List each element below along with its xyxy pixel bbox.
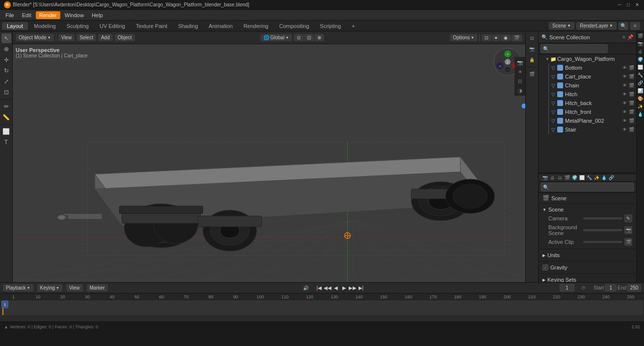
shading-icon[interactable]: ◑ — [515, 86, 524, 95]
render-icon-hitch-front[interactable]: 🎬 — [629, 109, 634, 114]
tab-scripting[interactable]: Scripting — [315, 22, 346, 30]
outliner-item-stair[interactable]: ▽ Stair 👁 🎬 — [539, 125, 636, 134]
current-frame-input[interactable]: 1 — [560, 284, 574, 292]
scene-props-icon[interactable]: 🎬 — [637, 32, 644, 39]
transform-pivot-btn[interactable]: ⊡ — [304, 34, 314, 41]
maximize-btn[interactable]: □ — [625, 2, 631, 8]
material-props-icon[interactable]: 🎨 — [637, 95, 644, 102]
menu-window[interactable]: Window — [61, 11, 87, 19]
tool-cursor[interactable]: ⊕ — [1, 44, 11, 54]
jump-end-btn[interactable]: ▶| — [357, 284, 365, 292]
visibility-icon-metalplane[interactable]: 👁 — [622, 118, 627, 123]
outliner-item-chain[interactable]: ▽ Chain 👁 🎬 — [539, 81, 636, 90]
timeline-track[interactable]: 1 10 20 30 40 50 60 70 80 90 100 110 120… — [0, 293, 644, 321]
particles-props-icon[interactable]: ✨ — [637, 103, 644, 110]
solid-btn[interactable]: ● — [492, 34, 500, 41]
prev-keyframe-btn[interactable]: ◀◀ — [324, 284, 332, 292]
active-clip-value[interactable] — [583, 241, 622, 243]
end-frame-input[interactable]: 250 — [627, 284, 641, 292]
sun-icon[interactable]: ☀ — [515, 67, 524, 76]
tool-rotate[interactable]: ↻ — [1, 66, 11, 76]
visibility-icon-stair[interactable]: 👁 — [622, 127, 627, 132]
viewport-canvas[interactable]: User Perspective (1) Scene Collection | … — [13, 44, 525, 282]
view-menu[interactable]: View — [66, 284, 83, 292]
scene-section-header[interactable]: ▼ Scene — [542, 206, 632, 213]
modifier-props-icon[interactable]: 🔧 — [637, 72, 644, 79]
render-btn[interactable]: 🎬 — [511, 34, 522, 41]
tool-transform[interactable]: ⊡ — [1, 87, 11, 97]
props-icon-physics[interactable]: 💧 — [600, 174, 607, 181]
visibility-icon-cart-place[interactable]: 👁 — [622, 74, 627, 79]
props-icon-view-layer[interactable]: 🗂 — [556, 174, 563, 181]
object-btn[interactable]: Object — [115, 34, 135, 41]
render-props-icon[interactable]: 📷 — [637, 40, 644, 47]
keying-sets-header[interactable]: ▶ Keying Sets — [542, 276, 632, 282]
title-bar-right[interactable]: ─ □ ✕ — [617, 2, 640, 8]
playback-menu[interactable]: Playback ▼ — [3, 284, 33, 292]
workspace-search[interactable]: 🔍 — [618, 22, 628, 30]
camera-value[interactable] — [583, 217, 622, 219]
props-icon-object[interactable]: ⬜ — [578, 174, 585, 181]
workspace-filter[interactable]: ≡ — [630, 22, 640, 30]
menu-edit[interactable]: Edit — [19, 11, 35, 19]
menu-render[interactable]: Render — [36, 11, 60, 19]
render-icon-chain[interactable]: 🎬 — [629, 83, 634, 88]
tool-move[interactable]: ✛ — [1, 55, 11, 65]
menu-file[interactable]: File — [2, 11, 18, 19]
tool-measure[interactable]: 📏 — [1, 112, 11, 122]
snap-btn[interactable]: ⊙ — [294, 34, 304, 41]
play-btn[interactable]: ▶ — [340, 284, 348, 292]
zoom-camera-btn[interactable]: 📷 — [527, 44, 537, 54]
tab-shading[interactable]: Shading — [173, 22, 203, 30]
render-icon-hitch[interactable]: 🎬 — [629, 92, 634, 97]
render-icon-cart-place[interactable]: 🎬 — [629, 74, 634, 79]
menu-help[interactable]: Help — [88, 11, 106, 19]
collection-header-pin[interactable]: 📌 — [627, 34, 633, 40]
close-btn[interactable]: ✕ — [634, 2, 640, 8]
material-btn[interactable]: ◉ — [501, 34, 511, 41]
tab-add[interactable]: + — [347, 22, 360, 30]
data-props-icon[interactable]: 📊 — [637, 87, 644, 94]
tab-rendering[interactable]: Rendering — [238, 22, 273, 30]
scene-dropdown[interactable]: Scene▼ — [549, 22, 574, 29]
render-icon-bottom[interactable]: 🎬 — [629, 65, 634, 70]
render-icon-stair[interactable]: 🎬 — [629, 127, 634, 132]
visibility-icon-chain[interactable]: 👁 — [622, 83, 627, 88]
visibility-icon-hitch-front[interactable]: 👁 — [622, 109, 627, 114]
audio-sync-btn[interactable]: 🔊 — [303, 285, 309, 292]
tab-layout[interactable]: Layout — [2, 22, 28, 30]
outliner-search-input[interactable] — [541, 44, 608, 53]
world-props-icon[interactable]: 🌍 — [637, 56, 644, 63]
camera-icon[interactable]: 📷 — [515, 58, 524, 67]
select-btn[interactable]: Select — [77, 34, 96, 41]
outliner-item-hitch[interactable]: ▽ Hitch 👁 🎬 — [539, 90, 636, 99]
props-icon-scene[interactable]: 🎬 — [564, 174, 570, 181]
outliner-item-cart-place[interactable]: ▽ Cart_place 👁 🎬 — [539, 72, 636, 81]
tab-animation[interactable]: Animation — [204, 22, 238, 30]
object-props-icon[interactable]: ⬜ — [637, 64, 644, 71]
props-icon-modifier[interactable]: 🔧 — [586, 174, 592, 181]
proportional-edit-btn[interactable]: ⊕ — [314, 34, 324, 41]
outliner-tree[interactable]: ▼ 📁 Cargo_Wagon_Platform ▽ Bottom 👁 🎬 ▽ — [539, 54, 636, 172]
gravity-section-header[interactable]: ✓ Gravity — [542, 264, 632, 271]
prev-frame-btn[interactable]: ◀ — [332, 284, 340, 292]
tool-scale[interactable]: ⤢ — [1, 77, 11, 86]
wireframe-btn[interactable]: ⊡ — [482, 34, 491, 41]
collection-header-filter[interactable]: ≡ — [622, 34, 625, 40]
collection-header-search[interactable]: 🔍 — [541, 34, 547, 40]
jump-start-btn[interactable]: |◀ — [315, 284, 323, 292]
props-icon-render[interactable]: 📷 — [541, 174, 548, 181]
outliner-item-bottom[interactable]: ▽ Bottom 👁 🎬 — [539, 63, 636, 72]
tab-modeling[interactable]: Modeling — [29, 22, 61, 30]
props-icon-particles[interactable]: ✨ — [593, 174, 600, 181]
output-props-icon[interactable]: 🖨 — [637, 48, 644, 55]
gravity-check[interactable]: ✓ — [542, 265, 548, 270]
tool-add-cube[interactable]: ⬜ — [1, 127, 11, 136]
minimize-btn[interactable]: ─ — [617, 2, 622, 8]
render-icon-hitch-back[interactable]: 🎬 — [629, 101, 634, 106]
props-icon-output[interactable]: 🖨 — [549, 174, 556, 181]
render-icon[interactable]: 🎬 — [527, 69, 537, 79]
tab-texture-paint[interactable]: Texture Paint — [131, 22, 172, 30]
overlay-icon[interactable]: ⊡ — [515, 77, 524, 85]
view-btn[interactable]: View — [58, 34, 75, 41]
